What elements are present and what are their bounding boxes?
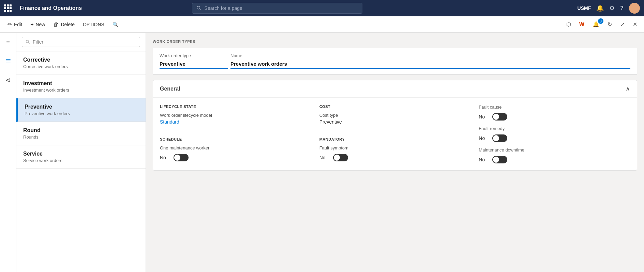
list-item-corrective-subtitle: Corrective work orders: [23, 64, 139, 69]
col1-header: Work order type: [160, 53, 228, 58]
office-icon-button[interactable]: W: [576, 20, 587, 29]
search-toolbar-button[interactable]: 🔍: [109, 20, 122, 29]
list-items: Corrective Corrective work orders Invest…: [16, 51, 146, 272]
global-search-input[interactable]: [205, 5, 358, 11]
sidebar-toggle-panel: ≡ ☰ ⊲: [0, 33, 16, 272]
lifecycle-field-value[interactable]: Standard: [160, 119, 311, 126]
maintenance-downtime-field: Maintenance downtime No: [479, 147, 630, 163]
delete-button[interactable]: 🗑 Delete: [50, 19, 78, 30]
settings-icon[interactable]: ⚙: [609, 4, 615, 12]
app-grid-icon[interactable]: [4, 4, 12, 12]
maintenance-downtime-label: Maintenance downtime: [479, 147, 630, 153]
main-layout: ≡ ☰ ⊲ Corrective Corrective work orders …: [0, 33, 644, 272]
record-header-grid: Work order type Name Preventive Preventi…: [160, 53, 630, 69]
cost-section-title: COST: [319, 105, 471, 109]
edit-icon: ✏: [8, 21, 12, 28]
list-item-service[interactable]: Service Service work orders: [16, 145, 146, 169]
col1-value[interactable]: Preventive: [160, 61, 228, 69]
maximize-button[interactable]: ⤢: [617, 20, 627, 29]
search-toolbar-icon: 🔍: [113, 22, 118, 27]
main-content: WORK ORDER TYPES Work order type Name Pr…: [146, 33, 644, 272]
svg-point-0: [197, 6, 200, 9]
list-item-round-title: Round: [23, 127, 139, 133]
left-panel: Corrective Corrective work orders Invest…: [16, 33, 146, 272]
help-icon[interactable]: ?: [620, 5, 624, 11]
user-avatar[interactable]: [629, 3, 640, 14]
maintenance-downtime-toggle[interactable]: [492, 156, 507, 163]
fault-cause-toggle-label: No: [479, 114, 489, 119]
section-label: WORK ORDER TYPES: [153, 39, 637, 44]
search-icon: [196, 5, 201, 11]
work-order-types-section: WORK ORDER TYPES Work order type Name Pr…: [153, 39, 637, 75]
list-item-preventive-title: Preventive: [25, 104, 139, 110]
filter-input[interactable]: [33, 39, 136, 45]
lifecycle-group: LIFECYCLE STATE Work order lifecycle mod…: [160, 105, 311, 163]
top-navigation: Finance and Operations USMF 🔔 ⚙ ?: [0, 0, 644, 16]
refresh-button[interactable]: ↻: [605, 20, 615, 29]
general-section-header[interactable]: General ∧: [153, 80, 637, 98]
general-title: General: [160, 86, 180, 92]
mandatory-toggle[interactable]: [333, 154, 348, 161]
list-item-round-subtitle: Rounds: [23, 134, 139, 140]
delete-label: Delete: [61, 22, 74, 27]
collapse-icon: ∧: [626, 85, 630, 93]
delete-icon: 🗑: [53, 21, 59, 28]
fault-cause-toggle-row: No: [479, 113, 630, 121]
list-item-service-title: Service: [23, 151, 139, 157]
filter-panel-icon-button[interactable]: ⊲: [2, 73, 14, 87]
filter-box: [16, 33, 146, 51]
app-title: Finance and Operations: [20, 5, 82, 11]
general-card: General ∧ LIFECYCLE STATE Work order lif…: [153, 80, 637, 171]
mandatory-section-title: MANDATORY: [319, 137, 471, 141]
schedule-section-title: SCHEDULE: [160, 137, 311, 141]
top-nav-right: USMF 🔔 ⚙ ?: [578, 3, 640, 14]
svg-point-2: [26, 40, 29, 43]
list-view-icon-button[interactable]: ☰: [3, 55, 14, 68]
bell-icon[interactable]: 🔔: [596, 4, 604, 12]
col2-value[interactable]: Preventive work orders: [230, 61, 630, 69]
list-item-round[interactable]: Round Rounds: [16, 122, 146, 145]
cost-field-label: Cost type: [319, 113, 471, 118]
list-item-preventive-subtitle: Preventive work orders: [25, 111, 139, 116]
edit-label: Edit: [14, 22, 22, 27]
toolbar: ✏ Edit + New 🗑 Delete OPTIONS 🔍 ⬡ W 🔔 0 …: [0, 16, 644, 33]
mandatory-toggle-label: No: [319, 155, 330, 160]
options-label: OPTIONS: [83, 22, 104, 27]
schedule-toggle-label: No: [160, 155, 170, 160]
fault-remedy-toggle[interactable]: [492, 134, 507, 142]
options-button[interactable]: OPTIONS: [79, 20, 108, 29]
company-selector[interactable]: USMF: [578, 5, 591, 11]
schedule-field-label: One maintenance worker: [160, 145, 311, 150]
diagnose-icon-button[interactable]: ⬡: [564, 20, 574, 29]
new-label: New: [35, 22, 45, 27]
edit-button[interactable]: ✏ Edit: [4, 19, 26, 30]
fault-cause-label: Fault cause: [479, 105, 630, 110]
schedule-toggle[interactable]: [174, 154, 189, 161]
notification-badge-wrap: 🔔 0: [590, 20, 602, 29]
global-search-box[interactable]: [192, 3, 362, 14]
new-button[interactable]: + New: [27, 19, 48, 30]
close-button[interactable]: ✕: [630, 20, 640, 29]
mandatory-field-label: Fault symptom: [319, 145, 471, 150]
fault-fields-group: Fault cause No Fault remedy No: [479, 105, 630, 163]
list-item-corrective[interactable]: Corrective Corrective work orders: [16, 51, 146, 75]
fault-cause-toggle[interactable]: [492, 113, 507, 121]
cost-group: COST Cost type Preventive MANDATORY Faul…: [319, 105, 471, 163]
record-header: Work order type Name Preventive Preventi…: [153, 48, 637, 75]
fault-cause-field: Fault cause No: [479, 105, 630, 121]
fault-remedy-toggle-label: No: [479, 135, 489, 141]
filter-search-icon: [26, 39, 30, 44]
list-item-preventive[interactable]: Preventive Preventive work orders: [16, 98, 146, 122]
list-item-investment[interactable]: Investment Investment work orders: [16, 75, 146, 98]
add-icon: +: [30, 21, 33, 28]
hamburger-icon-button[interactable]: ≡: [3, 37, 13, 49]
general-body: LIFECYCLE STATE Work order lifecycle mod…: [153, 98, 637, 170]
cost-field-value[interactable]: Preventive: [319, 119, 471, 126]
lifecycle-field-label: Work order lifecycle model: [160, 113, 311, 118]
fault-remedy-label: Fault remedy: [479, 126, 630, 131]
list-item-service-subtitle: Service work orders: [23, 158, 139, 163]
list-item-investment-subtitle: Investment work orders: [23, 87, 139, 93]
col2-header: Name: [230, 53, 630, 58]
maintenance-downtime-toggle-label: No: [479, 157, 489, 162]
filter-input-wrap[interactable]: [22, 37, 140, 47]
